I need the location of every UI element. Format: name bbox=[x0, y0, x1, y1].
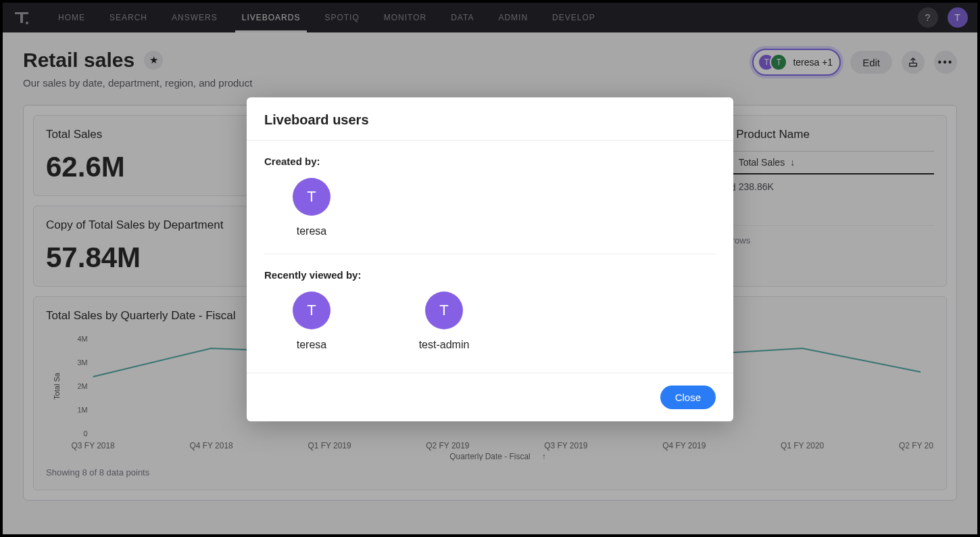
user-avatar: T bbox=[425, 291, 463, 329]
app-frame: HOMESEARCHANSWERSLIVEBOARDSSPOTIQMONITOR… bbox=[3, 3, 977, 534]
recently-viewed-label: Recently viewed by: bbox=[264, 269, 716, 281]
user-card[interactable]: Tteresa bbox=[264, 178, 359, 237]
user-avatar: T bbox=[293, 178, 330, 216]
user-name: teresa bbox=[297, 339, 326, 351]
user-name: test-admin bbox=[419, 339, 470, 351]
divider bbox=[264, 254, 716, 254]
user-card[interactable]: Tteresa bbox=[264, 291, 359, 351]
liveboard-users-modal: Liveboard users Created by: Tteresa Rece… bbox=[247, 97, 733, 421]
close-button[interactable]: Close bbox=[660, 386, 716, 409]
recently-viewed-list: TteresaTtest-admin bbox=[264, 291, 716, 351]
user-card[interactable]: Ttest-admin bbox=[397, 291, 491, 351]
modal-title: Liveboard users bbox=[247, 97, 733, 141]
user-name: teresa bbox=[297, 225, 326, 237]
created-by-label: Created by: bbox=[264, 156, 716, 167]
user-avatar: T bbox=[293, 291, 330, 329]
created-by-list: Tteresa bbox=[264, 178, 716, 237]
